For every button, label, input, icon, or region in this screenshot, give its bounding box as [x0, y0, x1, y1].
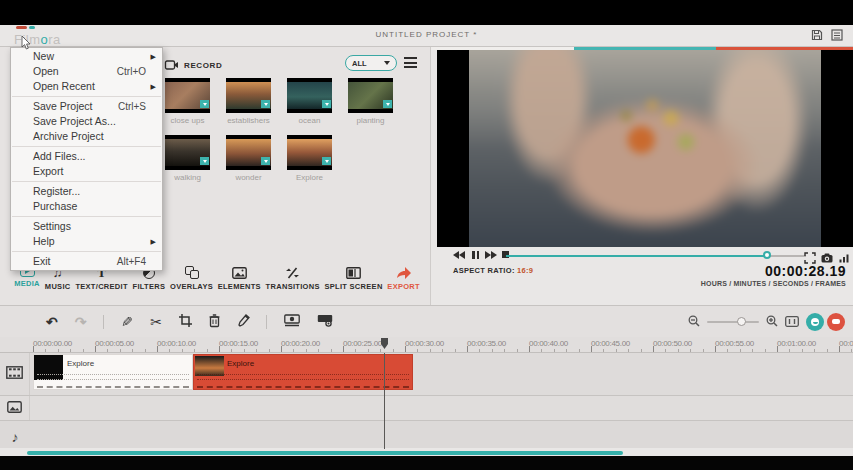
tab-split-screen[interactable]: SPLIT SCREEN: [324, 265, 382, 291]
split-screen-icon: [346, 265, 361, 280]
menu-item-save-project-as[interactable]: Save Project As...: [11, 114, 162, 129]
fit-timeline-icon[interactable]: [785, 313, 799, 331]
seek-bar[interactable]: [506, 255, 806, 257]
media-item-label: planting: [348, 116, 393, 125]
pip-track-header[interactable]: [0, 396, 30, 420]
clip-label: Explore: [227, 359, 254, 368]
timeline-zoom-slider[interactable]: [707, 321, 759, 323]
seek-handle[interactable]: [763, 251, 771, 259]
video-preview[interactable]: [437, 50, 853, 247]
menu-separator: [12, 181, 161, 182]
redo-icon[interactable]: ↷: [75, 315, 87, 329]
tab-export[interactable]: EXPORT: [387, 265, 420, 291]
audio-mixer-icon[interactable]: [317, 313, 333, 331]
toolbar-separator: [103, 315, 104, 329]
filmora-window: Filmora UNTITLED PROJECT * RECORD ALL cl…: [0, 0, 853, 470]
timeline-clip-selected[interactable]: Explore: [193, 354, 413, 390]
overlays-icon: [185, 266, 199, 279]
menu-separator: [12, 96, 161, 97]
marker-pen-icon[interactable]: [237, 313, 249, 331]
menu-item-add-files[interactable]: Add Files...: [11, 149, 162, 164]
playhead-line[interactable]: [384, 353, 385, 449]
preview-panel: ASPECT RATIO: 16:9 00:00:28.19 HOURS / M…: [430, 47, 853, 305]
smiley-icon: [811, 318, 819, 326]
toolbar-separator: [266, 315, 267, 329]
top-black-bar: [0, 0, 853, 25]
menu-item-export[interactable]: Export: [11, 164, 162, 179]
media-item[interactable]: ocean: [287, 78, 332, 125]
zoom-slider-handle[interactable]: [737, 317, 746, 326]
aspect-ratio[interactable]: ASPECT RATIO: 16:9: [453, 266, 533, 275]
save-icon[interactable]: [811, 29, 823, 41]
media-item[interactable]: Explore: [287, 135, 332, 182]
menu-item-open-recent[interactable]: Open Recent▶: [11, 79, 162, 94]
export-icon: [396, 265, 412, 280]
zoom-out-icon[interactable]: [688, 313, 700, 331]
clip-thumbnail: [195, 356, 224, 376]
project-title: UNTITLED PROJECT *: [0, 30, 853, 39]
pause-button[interactable]: [472, 251, 481, 259]
delete-trash-icon[interactable]: [209, 313, 220, 331]
scrollbar-thumb[interactable]: [27, 451, 623, 455]
ruler-ticks: [33, 346, 853, 352]
download-badge-icon: [322, 100, 331, 108]
video-track-header[interactable]: [0, 353, 30, 395]
menu-item-purchase[interactable]: Purchase: [11, 199, 162, 214]
time-ruler[interactable]: 00:00:00.00 00:00:05.00 00:00:10.00 00:0…: [0, 337, 853, 353]
submenu-arrow-icon: ▶: [151, 234, 156, 249]
media-item[interactable]: walking: [165, 135, 210, 182]
timecode-display: 00:00:28.19: [701, 263, 846, 279]
download-badge-icon: [261, 100, 270, 108]
timeline-clip[interactable]: Explore: [33, 354, 193, 390]
media-item[interactable]: establishers: [226, 78, 271, 125]
media-item[interactable]: wonder: [226, 135, 271, 182]
menu-item-help[interactable]: Help▶: [11, 234, 162, 249]
undo-icon[interactable]: ↶: [46, 315, 58, 329]
menu-item-settings[interactable]: Settings: [11, 219, 162, 234]
crop-icon[interactable]: [179, 313, 192, 331]
menu-item-register[interactable]: Register...: [11, 184, 162, 199]
music-note-icon: ♪: [12, 429, 19, 445]
media-item-label: ocean: [287, 116, 332, 125]
record-voiceover-icon[interactable]: [284, 313, 300, 331]
zoom-in-icon[interactable]: [766, 313, 778, 331]
menu-item-save-project[interactable]: Save ProjectCtrl+S: [11, 99, 162, 114]
tab-overlays[interactable]: OVERLAYS: [170, 265, 213, 291]
tab-transitions[interactable]: TRANSITIONS: [266, 265, 320, 291]
preview-info-row: ASPECT RATIO: 16:9 00:00:28.19 HOURS / M…: [431, 263, 853, 303]
film-strip-icon: [6, 365, 23, 383]
rewind-button[interactable]: [453, 251, 465, 259]
file-menu: New▶ OpenCtrl+O Open Recent▶ Save Projec…: [10, 47, 163, 271]
edit-pencil-icon[interactable]: ✎: [121, 315, 133, 329]
submenu-arrow-icon: ▶: [151, 79, 156, 94]
video-track[interactable]: Explore Explore: [0, 353, 853, 396]
media-item-label: establishers: [226, 116, 271, 125]
media-item-label: Explore: [287, 173, 332, 182]
tab-elements[interactable]: ELEMENTS: [218, 265, 261, 291]
project-list-icon[interactable]: [831, 29, 843, 41]
menu-item-exit[interactable]: ExitAlt+F4: [11, 254, 162, 269]
menu-separator: [12, 216, 161, 217]
clip-thumbnail: [34, 355, 63, 380]
pip-track[interactable]: [0, 396, 853, 421]
feedback-button[interactable]: [806, 313, 824, 331]
menu-item-new[interactable]: New▶: [11, 49, 162, 64]
picture-icon: [7, 399, 22, 417]
fast-forward-button[interactable]: [485, 251, 497, 259]
clip-label: Explore: [67, 359, 94, 368]
submenu-arrow-icon: ▶: [151, 49, 156, 64]
media-item-label: close ups: [165, 116, 210, 125]
aspect-ratio-value: 16:9: [517, 266, 533, 275]
mouse-cursor: [21, 36, 31, 54]
split-scissors-icon[interactable]: ✂: [150, 315, 162, 329]
titlebar: Filmora UNTITLED PROJECT *: [0, 25, 853, 47]
bottom-black-bar: [0, 456, 853, 470]
download-badge-icon: [200, 157, 209, 165]
media-item[interactable]: close ups: [165, 78, 210, 125]
record-button[interactable]: [827, 313, 845, 331]
menu-item-archive-project[interactable]: Archive Project: [11, 129, 162, 144]
media-item-label: walking: [165, 173, 210, 182]
menu-item-open[interactable]: OpenCtrl+O: [11, 64, 162, 79]
media-item[interactable]: planting: [348, 78, 393, 125]
download-badge-icon: [200, 100, 209, 108]
